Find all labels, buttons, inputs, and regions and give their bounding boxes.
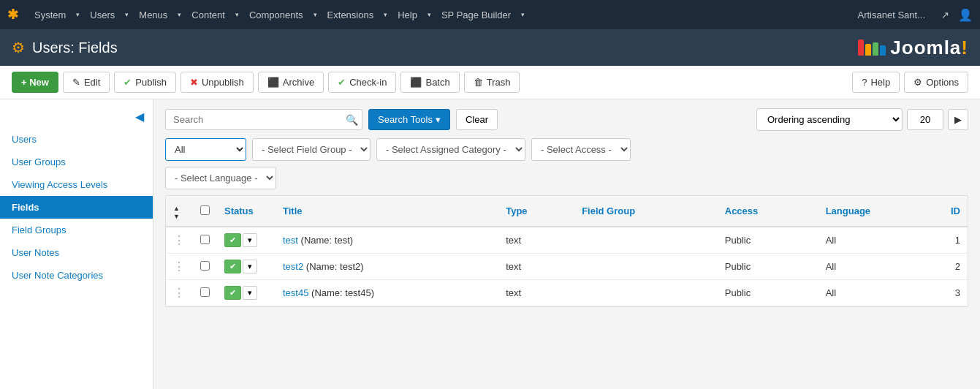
- trash-button[interactable]: 🗑 Trash: [464, 72, 520, 93]
- th-field-group[interactable]: Field Group: [574, 196, 718, 227]
- search-tools-chevron: ▾: [436, 114, 441, 125]
- row-1-type: text: [498, 227, 574, 254]
- drag-handle-icon[interactable]: ⋮: [173, 234, 186, 246]
- nav-item-extensions[interactable]: Extensions: [320, 4, 381, 26]
- sidebar-item-fields[interactable]: Fields: [0, 196, 153, 219]
- row-2-status-dropdown[interactable]: ▾: [243, 260, 257, 273]
- sidebar-item-users[interactable]: Users: [0, 128, 153, 151]
- sidebar-item-viewing-access-levels[interactable]: Viewing Access Levels: [0, 173, 153, 196]
- nav-item-system[interactable]: System: [27, 4, 73, 26]
- toolbar: + New ✎ ✎ Edit Edit ✔ Publish ✖ Unpublis…: [0, 66, 980, 99]
- sidebar-item-field-groups[interactable]: Field Groups: [0, 219, 153, 241]
- clear-button[interactable]: Clear: [456, 109, 498, 130]
- field-group-filter[interactable]: - Select Field Group -: [252, 138, 371, 161]
- nav-item-users[interactable]: Users: [83, 4, 122, 26]
- select-all-checkbox[interactable]: [200, 205, 210, 215]
- help-button[interactable]: ? Help: [852, 72, 900, 93]
- row-3-field-group: [574, 280, 718, 306]
- nav-item-help[interactable]: Help: [390, 4, 425, 26]
- sidebar-item-user-notes[interactable]: User Notes: [0, 241, 153, 264]
- row-2-checkbox[interactable]: [200, 261, 210, 271]
- search-input[interactable]: [165, 109, 362, 130]
- unpublish-button[interactable]: ✖ Unpublish: [181, 72, 254, 93]
- row-1-title-link[interactable]: test: [283, 235, 298, 246]
- th-language[interactable]: Language: [818, 196, 943, 227]
- row-1-publish-btn[interactable]: ✔: [224, 233, 241, 247]
- row-2-publish-btn[interactable]: ✔: [224, 260, 241, 273]
- user-label[interactable]: Artisanet Sant...: [851, 4, 933, 26]
- fields-table: ▲ ▼ Status Title Type Field Group Access…: [166, 196, 968, 306]
- row-3-status-dropdown[interactable]: ▾: [243, 286, 257, 300]
- user-icon[interactable]: 👤: [958, 8, 973, 22]
- nav-item-menus[interactable]: Menus: [132, 4, 175, 26]
- th-title[interactable]: Title: [276, 196, 498, 227]
- flame-red: [858, 39, 864, 56]
- joomla-logo-area: Joomla!: [858, 37, 968, 59]
- nav-chevron-system: ▾: [76, 11, 80, 18]
- row-3-title-link[interactable]: test45: [283, 287, 308, 298]
- sidebar-toggle-area: ◀: [0, 105, 153, 128]
- th-type[interactable]: Type: [498, 196, 574, 227]
- row-2-title-link[interactable]: test2: [283, 261, 303, 272]
- flame-green: [873, 42, 878, 56]
- archive-button[interactable]: ⬛ Archive: [258, 72, 324, 93]
- nav-item-components[interactable]: Components: [242, 4, 311, 26]
- nav-chevron-components: ▾: [314, 11, 317, 18]
- flame-orange: [865, 44, 871, 56]
- ordering-right: Ordering ascending Ordering descending T…: [756, 108, 968, 131]
- external-link-icon[interactable]: ↗: [941, 10, 949, 20]
- batch-button[interactable]: ⬛ Batch: [400, 72, 459, 93]
- new-button[interactable]: + New: [12, 72, 58, 93]
- table-row: ⋮ ✔ ▾ test45 (Na: [166, 280, 968, 306]
- publish-button[interactable]: ✔ Publish: [114, 72, 176, 93]
- nav-left: ✱ System▾ Users▾ Menus▾ Content▾ Compone…: [7, 4, 525, 26]
- trash-icon: 🗑: [474, 77, 483, 88]
- nav-item-content[interactable]: Content: [184, 4, 232, 26]
- page-title: Users: Fields: [32, 39, 118, 56]
- checkin-button[interactable]: ✔ Check-in: [328, 72, 396, 93]
- language-filter[interactable]: - Select Language -: [165, 167, 276, 189]
- row-1-status-group: ✔ ▾: [224, 233, 268, 247]
- per-page-input[interactable]: [907, 109, 943, 130]
- row-3-checkbox[interactable]: [200, 287, 210, 297]
- sidebar-toggle-button[interactable]: ◀: [132, 108, 147, 125]
- joomla-logo-nav-icon[interactable]: ✱: [7, 7, 18, 23]
- ordering-select[interactable]: Ordering ascending Ordering descending T…: [756, 108, 903, 131]
- nav-chevron-help: ▾: [428, 11, 431, 18]
- drag-handle-icon[interactable]: ⋮: [173, 287, 186, 299]
- th-access[interactable]: Access: [718, 196, 818, 227]
- edit-button[interactable]: ✎ ✎ Edit Edit: [63, 72, 110, 93]
- access-filter[interactable]: - Select Access - Public Registered Spec…: [531, 138, 631, 161]
- per-page-apply-button[interactable]: ▶: [948, 109, 968, 130]
- th-id[interactable]: ID: [943, 196, 968, 227]
- checkin-icon: ✔: [338, 77, 346, 88]
- row-2-id: 2: [943, 254, 968, 280]
- th-status[interactable]: Status: [217, 196, 276, 227]
- sort-order-icons[interactable]: ▲ ▼: [173, 205, 180, 220]
- table-header-row: ▲ ▼ Status Title Type Field Group Access…: [166, 196, 968, 227]
- row-2-name: (Name: test2): [306, 261, 364, 272]
- toolbar-right: ? Help ⚙ Options: [852, 72, 968, 93]
- row-2-field-group: [574, 254, 718, 280]
- row-1-checkbox[interactable]: [200, 235, 210, 244]
- status-filter[interactable]: All Published Unpublished Archived Trash…: [165, 138, 246, 161]
- sidebar-item-user-note-categories[interactable]: User Note Categories: [0, 264, 153, 287]
- search-icon: 🔍: [346, 114, 358, 126]
- search-input-wrapper: 🔍: [165, 109, 362, 130]
- row-1-checkbox-cell: [193, 227, 217, 254]
- drag-handle-icon[interactable]: ⋮: [173, 260, 186, 273]
- top-navbar: ✱ System▾ Users▾ Menus▾ Content▾ Compone…: [0, 0, 980, 29]
- row-1-field-group: [574, 227, 718, 254]
- sidebar-item-user-groups[interactable]: User Groups: [0, 151, 153, 173]
- sort-down-icon: ▼: [173, 213, 180, 220]
- row-1-access: Public: [718, 227, 818, 254]
- th-checkbox: [193, 196, 217, 227]
- page-header-left: ⚙ Users: Fields: [12, 39, 118, 56]
- row-1-status-dropdown[interactable]: ▾: [243, 233, 257, 247]
- row-3-publish-btn[interactable]: ✔: [224, 286, 241, 300]
- category-filter[interactable]: - Select Assigned Category -: [376, 138, 525, 161]
- options-button[interactable]: ⚙ Options: [904, 72, 968, 93]
- nav-item-sp-page-builder[interactable]: SP Page Builder: [434, 4, 518, 26]
- search-submit-button[interactable]: 🔍: [346, 114, 358, 126]
- search-tools-button[interactable]: Search Tools ▾: [368, 109, 450, 130]
